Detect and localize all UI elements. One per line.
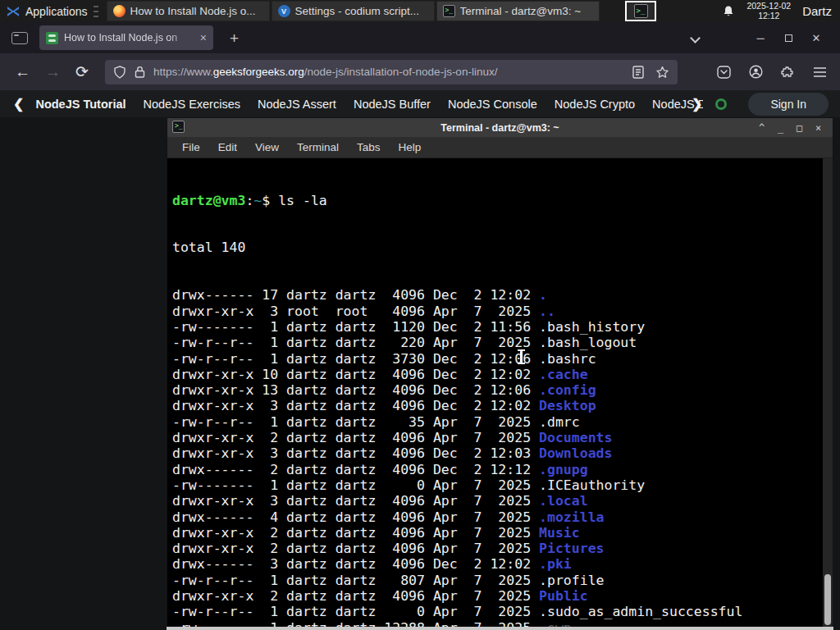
desktop-panel: Applications How to Install Node.js o...… (0, 0, 840, 22)
sign-in-button[interactable]: Sign In (748, 93, 829, 116)
terminal-line: drwxr-xr-x 3 dartz dartz 4096 Apr 7 2025… (172, 493, 833, 509)
firefox-toolbar: ← → ⟳ https://www.geeksforgeeks.org/node… (0, 53, 840, 90)
nav-scroll-left-icon[interactable]: ❮ (13, 96, 24, 112)
terminal-bottom-edge (167, 627, 833, 630)
site-nav-item[interactable]: NodeJS Buffer (354, 98, 431, 111)
terminal-line: drwxr-xr-x 3 root root 4096 Apr 7 2025 .… (172, 304, 833, 319)
terminal-output[interactable]: dartz@vm3:~$ ls -la total 140 drwx------… (167, 158, 833, 629)
terminal-menu-edit[interactable]: Edit (209, 141, 246, 153)
tray-terminal-launcher[interactable]: >_ (625, 1, 656, 21)
notification-bell-icon[interactable] (722, 5, 735, 18)
reader-mode-icon[interactable] (632, 66, 644, 79)
account-icon[interactable] (749, 65, 763, 79)
terminal-scrollbar-track[interactable] (823, 158, 833, 629)
tab-close-icon[interactable]: × (200, 32, 207, 43)
terminal-menu-view[interactable]: View (246, 141, 288, 153)
site-nav-items: NodeJS TutorialNodeJS ExercisesNodeJS As… (35, 98, 703, 111)
panel-clock[interactable]: 2025-12-02 12:12 (746, 2, 791, 21)
terminal-menu-bar: FileEditViewTerminalTabsHelp (167, 137, 833, 158)
lock-icon[interactable] (135, 66, 145, 78)
terminal-minimize-button[interactable]: _ (771, 122, 790, 134)
terminal-line: -rw------- 1 dartz dartz 0 Apr 7 2025 .I… (172, 477, 833, 493)
site-nav-bar: ❮ NodeJS TutorialNodeJS ExercisesNodeJS … (0, 90, 840, 117)
terminal-line: -rw-r--r-- 1 dartz dartz 3730 Dec 2 12:0… (172, 351, 833, 367)
terminal-line: drwxr-xr-x 3 dartz dartz 4096 Dec 2 12:0… (172, 398, 833, 413)
terminal-prompt-line: dartz@vm3:~$ ls -la (172, 193, 833, 208)
terminal-scrollbar-thumb[interactable] (824, 574, 831, 625)
terminal-line: drwxr-xr-x 2 dartz dartz 4096 Apr 7 2025… (172, 525, 833, 541)
terminal-line: -rw------- 1 dartz dartz 1120 Dec 2 11:5… (172, 319, 833, 335)
terminal-shade-button[interactable]: ^ (752, 122, 771, 134)
site-nav-item[interactable]: NodeJS Crypto (555, 98, 635, 111)
terminal-icon: >_ (634, 4, 648, 18)
menu-hamburger-icon[interactable] (813, 66, 827, 78)
codium-icon: V (278, 5, 290, 17)
terminal-maximize-button[interactable]: □ (790, 122, 809, 134)
terminal-menu-file[interactable]: File (173, 141, 209, 153)
terminal-line: drwx------ 17 dartz dartz 4096 Dec 2 12:… (172, 287, 833, 303)
terminal-line: drwxr-xr-x 13 dartz dartz 4096 Dec 2 12:… (172, 382, 833, 398)
taskbar-window-title: Terminal - dartz@vm3: ~ (460, 5, 582, 17)
search-icon[interactable] (715, 98, 727, 110)
applications-menu-button[interactable]: Applications (0, 0, 105, 22)
window-minimize-button[interactable]: ─ (746, 32, 774, 44)
clock-time: 12:12 (746, 11, 791, 21)
firefox-icon (113, 5, 126, 17)
distro-logo-icon (7, 5, 20, 18)
panel-grip (94, 6, 98, 17)
terminal-listing: drwx------ 17 dartz dartz 4096 Dec 2 12:… (172, 287, 833, 629)
forward-button[interactable]: → (45, 64, 61, 80)
terminal-line: -rw-r--r-- 1 dartz dartz 220 Apr 7 2025 … (172, 335, 833, 350)
site-nav-item[interactable]: NodeJS Exercises (144, 98, 240, 111)
new-tab-button[interactable]: + (230, 30, 239, 46)
applications-label: Applications (25, 5, 88, 18)
bookmark-star-icon[interactable] (655, 66, 669, 79)
window-close-button[interactable]: ✕ (802, 32, 830, 44)
terminal-line: drwxr-xr-x 2 dartz dartz 4096 Apr 7 2025… (172, 541, 833, 556)
taskbar-window-title: How to Install Node.js o... (130, 5, 256, 17)
terminal-line: -rw-r--r-- 1 dartz dartz 0 Apr 7 2025 .s… (172, 604, 833, 619)
firefox-tab-bar: How to Install Node.js on × + ─ ✕ (0, 22, 840, 53)
terminal-icon: >_ (443, 5, 455, 17)
terminal-menu-tabs[interactable]: Tabs (348, 141, 390, 153)
extensions-icon[interactable] (781, 65, 795, 79)
terminal-line: drwxr-xr-x 2 dartz dartz 4096 Apr 7 2025… (172, 588, 833, 604)
url-text[interactable]: https://www.geeksforgeeks.org/node-js/in… (153, 66, 626, 78)
browser-tab-active[interactable]: How to Install Node.js on × (39, 25, 213, 50)
pocket-icon[interactable] (717, 66, 731, 79)
terminal-line: drwx------ 2 dartz dartz 4096 Dec 2 12:1… (172, 462, 833, 477)
terminal-total-line: total 140 (172, 240, 833, 255)
terminal-line: drwxr-xr-x 2 dartz dartz 4096 Apr 7 2025… (172, 430, 833, 445)
terminal-close-button[interactable]: × (809, 122, 828, 134)
panel-user-label[interactable]: Dartz (802, 4, 832, 18)
taskbar-window-terminal[interactable]: >_ Terminal - dartz@vm3: ~ (436, 1, 600, 21)
terminal-menu-terminal[interactable]: Terminal (288, 141, 348, 153)
firefox-view-icon[interactable] (11, 32, 28, 44)
terminal-title-bar[interactable]: >_ Terminal - dartz@vm3: ~ ^ _ □ × (167, 118, 833, 137)
reload-button[interactable]: ⟳ (75, 64, 89, 80)
taskbar-window-codium[interactable]: V Settings - codium script... (272, 1, 435, 21)
terminal-line: -rw-r--r-- 1 dartz dartz 35 Apr 7 2025 .… (172, 414, 833, 430)
terminal-icon: >_ (172, 121, 185, 133)
terminal-window: >_ Terminal - dartz@vm3: ~ ^ _ □ × FileE… (167, 117, 833, 630)
taskbar-window-title: Settings - codium script... (295, 5, 420, 17)
list-all-tabs-icon[interactable] (681, 32, 709, 44)
terminal-line: drwxr-xr-x 10 dartz dartz 4096 Dec 2 12:… (172, 367, 833, 382)
terminal-menu-help[interactable]: Help (390, 141, 431, 153)
mouse-ibeam-cursor (520, 350, 523, 363)
url-bar[interactable]: https://www.geeksforgeeks.org/node-js/in… (105, 60, 678, 84)
geeksforgeeks-favicon (46, 32, 58, 44)
terminal-line: drwx------ 3 dartz dartz 4096 Dec 2 12:0… (172, 556, 833, 572)
tab-title: How to Install Node.js on (64, 32, 194, 43)
nav-scroll-right-icon[interactable]: ❯ (692, 96, 702, 112)
tracking-shield-icon[interactable] (113, 66, 126, 79)
site-nav-item[interactable]: NodeJS Assert (258, 98, 336, 111)
taskbar-window-firefox[interactable]: How to Install Node.js o... (107, 1, 270, 21)
terminal-line: -rw-r--r-- 1 dartz dartz 807 Apr 7 2025 … (172, 573, 833, 588)
clock-date: 2025-12-02 (746, 2, 791, 11)
back-button[interactable]: ← (15, 64, 30, 80)
site-nav-item[interactable]: NodeJS Console (448, 98, 537, 111)
terminal-line: drwx------ 4 dartz dartz 4096 Apr 7 2025… (172, 509, 833, 525)
site-nav-item[interactable]: NodeJS Tutorial (35, 98, 126, 111)
window-maximize-button[interactable] (774, 32, 802, 44)
